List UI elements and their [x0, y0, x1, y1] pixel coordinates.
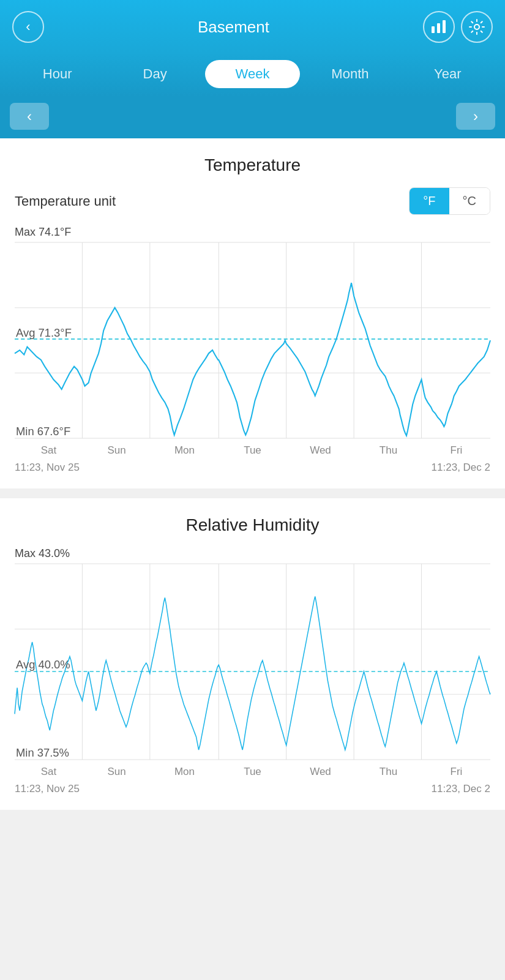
humidity-max-label: Max 43.0%	[15, 547, 490, 560]
unit-label: Temperature unit	[15, 193, 116, 209]
tab-bar: Hour Day Week Month Year	[0, 53, 505, 97]
tab-day[interactable]: Day	[107, 60, 202, 88]
header-icons	[423, 11, 493, 43]
humidity-date-range: 11:23, Nov 25 11:23, Dec 2	[15, 778, 490, 795]
humidity-day-tue: Tue	[219, 766, 286, 778]
temp-date-start: 11:23, Nov 25	[15, 462, 80, 474]
settings-button[interactable]	[461, 11, 493, 43]
unit-c-button[interactable]: °C	[449, 188, 490, 214]
svg-rect-0	[432, 26, 435, 33]
next-button[interactable]: ›	[456, 103, 495, 130]
temp-date-end: 11:23, Dec 2	[432, 462, 490, 474]
temperature-section: Temperature Temperature unit °F °C Max 7…	[0, 138, 505, 488]
svg-text:Min 37.5%: Min 37.5%	[16, 746, 69, 758]
header: ‹ Basement	[0, 0, 505, 53]
nav-row: ‹ ›	[0, 97, 505, 138]
tab-year[interactable]: Year	[400, 60, 495, 88]
unit-f-button[interactable]: °F	[410, 188, 449, 214]
temp-x-labels: Sat Sun Mon Tue Wed Thu Fri	[15, 441, 490, 457]
svg-text:Min 67.6°F: Min 67.6°F	[16, 424, 70, 437]
humidity-section: Relative Humidity Max 43.0%	[0, 498, 505, 810]
temp-day-sun: Sun	[83, 444, 151, 457]
back-button[interactable]: ‹	[12, 11, 44, 43]
svg-point-3	[474, 24, 479, 29]
humidity-date-start: 11:23, Nov 25	[15, 783, 80, 795]
chart-button[interactable]	[423, 11, 455, 43]
humidity-x-labels: Sat Sun Mon Tue Wed Thu Fri	[15, 762, 490, 778]
temp-day-mon: Mon	[151, 444, 219, 457]
humidity-day-mon: Mon	[151, 766, 219, 778]
temp-day-thu: Thu	[354, 444, 422, 457]
humidity-chart: Avg 40.0% Min 37.5%	[15, 564, 490, 762]
svg-text:Avg 40.0%: Avg 40.0%	[16, 657, 70, 670]
temp-date-range: 11:23, Nov 25 11:23, Dec 2	[15, 457, 490, 474]
humidity-day-sat: Sat	[15, 766, 83, 778]
temp-day-sat: Sat	[15, 444, 83, 457]
prev-button[interactable]: ‹	[10, 103, 49, 130]
temp-day-fri: Fri	[422, 444, 490, 457]
temperature-title: Temperature	[15, 155, 490, 175]
humidity-day-fri: Fri	[422, 766, 490, 778]
svg-rect-1	[437, 23, 440, 33]
page-title: Basement	[198, 18, 269, 37]
humidity-day-wed: Wed	[286, 766, 354, 778]
svg-text:Avg 71.3°F: Avg 71.3°F	[16, 326, 72, 339]
humidity-chart-container: Max 43.0% Avg 40.0%	[15, 547, 490, 795]
temp-day-wed: Wed	[286, 444, 354, 457]
svg-rect-2	[443, 20, 446, 33]
humidity-day-thu: Thu	[354, 766, 422, 778]
temperature-chart-container: Max 74.1°F Avg 71.3°F	[15, 226, 490, 474]
humidity-day-sun: Sun	[83, 766, 151, 778]
tab-week[interactable]: Week	[205, 60, 300, 88]
unit-row: Temperature unit °F °C	[15, 187, 490, 215]
humidity-title: Relative Humidity	[15, 515, 490, 535]
temp-day-tue: Tue	[219, 444, 286, 457]
tab-hour[interactable]: Hour	[10, 60, 105, 88]
temperature-chart: Avg 71.3°F Min 67.6°F	[15, 242, 490, 441]
tab-month[interactable]: Month	[302, 60, 397, 88]
unit-toggle: °F °C	[409, 187, 490, 215]
humidity-date-end: 11:23, Dec 2	[432, 783, 490, 795]
temp-max-label: Max 74.1°F	[15, 226, 490, 239]
